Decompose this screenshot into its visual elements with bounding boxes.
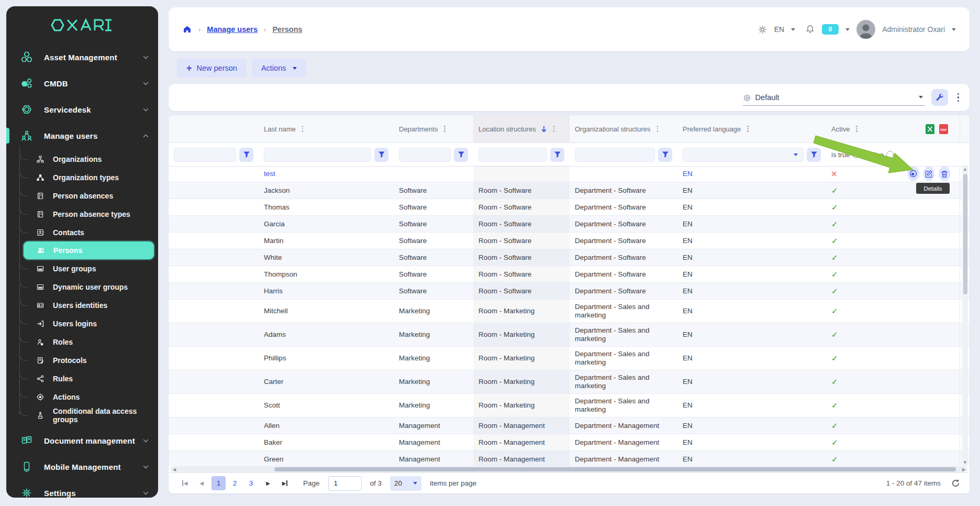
pdf-icon[interactable]: PDF [939,124,948,134]
sidebar-item-conditional-data-access-groups[interactable]: Conditional data access groups [6,406,158,424]
notification-caret-icon[interactable] [845,28,850,31]
filter-funnel-button[interactable] [658,148,672,162]
breadcrumb-persons[interactable]: Persons [272,25,302,34]
sidebar-item-person-absence-types[interactable]: Person absence types [6,205,158,223]
user-name[interactable]: Administrator Oxari [882,25,945,34]
column-header-departments[interactable]: Departments [394,115,473,142]
sidebar-item-cmdb[interactable]: CMDB [6,70,158,96]
scroll-left-icon[interactable]: ◀ [171,467,178,472]
first-page-button[interactable]: ◀ [178,477,192,490]
language-caret-icon[interactable] [791,28,795,31]
sort-desc-icon[interactable] [541,126,547,133]
is-false-radio[interactable] [886,151,894,158]
page-button-3[interactable]: 3 [244,476,258,490]
sidebar-item-asset-management[interactable]: Asset Management [6,44,158,70]
home-icon[interactable] [182,25,192,34]
column-menu-kebab-icon[interactable] [655,124,660,134]
sidebar-item-label: Document management [44,436,143,445]
filter-funnel-button[interactable] [550,148,564,162]
is-true-radio[interactable] [852,151,860,158]
bell-icon[interactable] [805,24,815,35]
sidebar-item-mobile-management[interactable]: Mobile Management [6,454,158,480]
sidebar-item-label: Persons [53,246,82,255]
view-selector[interactable]: ◎ Default [743,90,925,106]
filter-funnel-button[interactable] [454,148,468,162]
column-header-active[interactable]: Active [826,115,903,142]
column-menu-kebab-icon[interactable] [854,124,859,134]
user-menu-caret-icon[interactable] [952,28,956,31]
column-menu-kebab-icon[interactable] [745,124,750,134]
refresh-icon[interactable] [951,479,960,488]
column-filter-input[interactable] [174,148,236,162]
column-menu-kebab-icon[interactable] [552,124,556,134]
customize-wrench-button[interactable] [931,89,948,106]
preferred-language-cell-value[interactable]: EN [683,170,693,178]
avatar[interactable] [856,20,875,39]
protocols-icon [36,356,45,365]
language-selector[interactable]: EN [774,25,784,34]
horizontal-scrollbar-thumb[interactable] [274,467,956,471]
delete-button[interactable] [939,167,950,181]
sidebar-item-label: Users identities [53,301,107,310]
filter-dropdown-caret-icon[interactable] [794,153,798,156]
column-header-preferred-language[interactable]: Preferred language [677,115,826,142]
page-size-select[interactable]: 20 [390,476,421,491]
sidebar-item-users-identities[interactable]: Users identities [6,296,158,314]
sidebar-item-user-groups[interactable]: User groups [6,259,158,278]
departments-filter-input[interactable] [399,148,451,162]
last-name-cell-value[interactable]: test [264,170,275,178]
vertical-scrollbar-thumb[interactable] [963,174,967,294]
sidebar-item-organizations[interactable]: Organizations [6,150,158,168]
page-button-1[interactable]: 1 [211,476,226,490]
breadcrumb-manage-users[interactable]: Manage users [207,25,258,34]
sidebar-item-rules[interactable]: Rules [6,369,158,388]
submenu-connector [19,166,28,178]
details-button[interactable] [908,167,919,181]
last-name-cell-value: White [264,254,282,262]
excel-icon[interactable] [926,124,934,134]
actions-dropdown-button[interactable]: Actions [252,59,307,78]
filter-funnel-button[interactable] [807,148,821,162]
sidebar-item-manage-users[interactable]: Manage users [6,123,158,149]
page-button-2[interactable]: 2 [228,476,242,490]
toolbar-menu-kebab-icon[interactable] [955,91,962,104]
sidebar-item-persons[interactable]: Persons [24,241,154,259]
sidebar-item-settings[interactable]: Settings [6,480,158,498]
sidebar-item-person-absences[interactable]: Person absences [6,186,158,205]
actions-row: + New person Actions [177,59,306,78]
scroll-right-icon[interactable]: ▶ [960,467,967,472]
sidebar-item-organization-types[interactable]: Organization types [6,168,158,186]
scroll-down-icon[interactable]: ▼ [962,460,968,465]
sidebar-item-dynamic-user-groups[interactable]: Dynamic user groups [6,278,158,296]
sidebar-item-roles[interactable]: Roles [6,333,158,351]
sidebar-item-users-logins[interactable]: Users logins [6,314,158,333]
organizational-structures-filter-input[interactable] [575,148,655,162]
last-name-filter-input[interactable] [264,148,371,162]
sidebar-item-actions[interactable]: Actions [6,388,158,406]
column-header-last-name[interactable]: Last name [259,115,394,142]
sidebar-item-contacts[interactable]: Contacts [6,223,158,241]
row-actions-cell [903,451,960,466]
new-person-button[interactable]: + New person [177,59,247,78]
scroll-up-icon[interactable]: ▲ [962,167,968,171]
previous-page-button[interactable]: ◀ [195,477,208,490]
sidebar-item-servicedesk[interactable]: Servicedesk [6,96,158,123]
gear-icon[interactable] [758,25,767,35]
column-header-organizational-structures[interactable]: Organizational structures [570,115,677,142]
horizontal-scrollbar[interactable]: ◀ ▶ [171,466,967,472]
page-number-input[interactable]: 1 [328,476,362,491]
next-page-button[interactable]: ▶ [261,477,275,490]
vertical-scrollbar[interactable]: ▲ ▼ [962,166,968,466]
column-menu-kebab-icon[interactable] [300,124,305,134]
filter-funnel-button[interactable] [374,148,388,162]
preferred-language-cell: EN [677,417,826,434]
filter-funnel-button[interactable] [239,148,253,162]
column-header-location-structures[interactable]: Location structures [473,115,570,142]
location-structures-filter-input[interactable] [478,148,547,162]
sidebar-item-protocols[interactable]: Protocols [6,351,158,369]
preferred-language-filter-input[interactable] [683,148,804,162]
sidebar-item-document-management[interactable]: Document management [6,427,158,454]
edit-button[interactable] [923,167,935,181]
last-page-button[interactable]: ▶ [278,477,292,490]
column-menu-kebab-icon[interactable] [442,124,447,134]
